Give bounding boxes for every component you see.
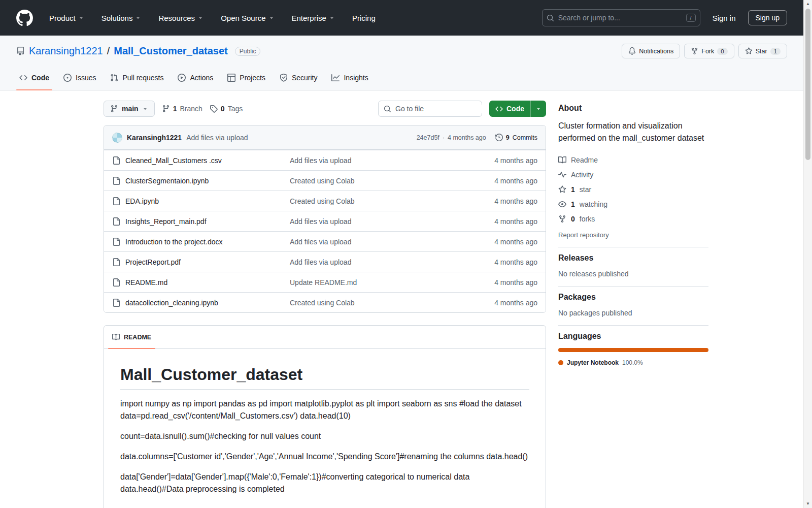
commit-dot-separator: · (443, 134, 445, 141)
nav-item-label: Solutions (101, 14, 133, 22)
nav-item-enterprise[interactable]: Enterprise (287, 10, 340, 26)
breadcrumb: Karansingh1221 / Mall_Customer_dataset P… (16, 45, 260, 57)
branch-selector[interactable]: main (104, 101, 155, 117)
sidebar-item-watching[interactable]: 1 watching (558, 197, 708, 211)
graph-icon (331, 74, 340, 82)
packages-section: Packages No packages published (558, 286, 708, 325)
repo-name-link[interactable]: Mall_Customer_dataset (114, 45, 228, 57)
breadcrumb-separator: / (107, 45, 110, 57)
github-logo-icon[interactable] (16, 10, 33, 26)
chevron-down-icon (142, 106, 148, 112)
repo-description: Cluster formation and visualization perf… (558, 120, 708, 144)
file-commit-time: 4 months ago (466, 197, 537, 205)
commit-history-link[interactable]: 9 Commits (495, 134, 537, 141)
sign-up-button[interactable]: Sign up (748, 10, 787, 25)
report-repository-link[interactable]: Report repository (558, 231, 609, 239)
readme-tab[interactable]: README (112, 326, 151, 348)
scrollbar-up-arrow[interactable]: ▲ (804, 1, 812, 8)
global-search-input[interactable] (558, 14, 682, 22)
file-name-link[interactable]: ClusterSegmentaion.ipynb (125, 177, 209, 185)
branch-count: 1 (173, 105, 177, 113)
file-commit-message-link[interactable]: Created using Colab (290, 177, 466, 185)
avatar[interactable] (112, 133, 122, 143)
readme-paragraph: data['Gender']=data['Gender'].map({'Male… (120, 471, 529, 495)
nav-item-product[interactable]: Product (44, 10, 89, 26)
nav-item-label: Resources (158, 14, 195, 22)
notifications-label: Notifications (639, 48, 673, 55)
file-commit-time: 4 months ago (466, 217, 537, 226)
file-name-link[interactable]: ProjectReport.pdf (125, 258, 181, 266)
tab-security[interactable]: Security (273, 66, 325, 90)
file-name-link[interactable]: Cleaned_Mall_Customers .csv (125, 156, 222, 165)
scrollbar-thumb[interactable] (805, 9, 810, 160)
tab-pull-requests[interactable]: Pull requests (103, 66, 171, 90)
code-download-button[interactable]: Code (489, 101, 546, 117)
fork-button[interactable]: Fork 0 (684, 44, 734, 58)
tag-count-label: Tags (228, 105, 243, 113)
tab-issues[interactable]: Issues (56, 66, 103, 90)
nav-item-open-source[interactable]: Open Source (216, 10, 279, 26)
global-search[interactable]: / (542, 9, 700, 26)
tag-icon (210, 105, 218, 113)
visibility-badge: Public (235, 47, 261, 56)
chevron-down-icon (535, 106, 542, 112)
repo-owner-link[interactable]: Karansingh1221 (29, 45, 103, 57)
tab-projects[interactable]: Projects (220, 66, 273, 90)
file-commit-message-link[interactable]: Add files via upload (290, 156, 466, 165)
go-to-file-input[interactable] (395, 105, 487, 113)
git-branch-icon (162, 105, 170, 113)
file-name-link[interactable]: datacollection_cleaning.ipynb (125, 299, 218, 307)
repo-actions: Notifications Fork 0 Star 1 (622, 44, 787, 58)
file-name-link[interactable]: EDA.ipynb (125, 197, 159, 205)
file-commit-message-link[interactable]: Add files via upload (290, 217, 466, 226)
sidebar-item-forks[interactable]: 0 forks (558, 211, 708, 226)
commit-sha-link[interactable]: 24e7d5f (417, 134, 439, 141)
code-button-dropdown[interactable] (530, 101, 546, 117)
book-icon (558, 156, 566, 164)
star-button[interactable]: Star 1 (738, 44, 787, 58)
language-legend-item[interactable]: Jupyter Notebook 100.0% (558, 359, 708, 366)
file-name-link[interactable]: Introduction to the project.docx (125, 238, 222, 246)
sidebar-item-label: Activity (571, 171, 593, 179)
tab-actions[interactable]: Actions (171, 66, 220, 90)
file-icon (112, 238, 120, 246)
go-to-file-search[interactable] (378, 101, 482, 117)
file-commit-message-link[interactable]: Created using Colab (290, 197, 466, 205)
file-commit-message-link[interactable]: Add files via upload (290, 238, 466, 246)
file-commit-message-link[interactable]: Created using Colab (290, 299, 466, 307)
notifications-button[interactable]: Notifications (622, 44, 680, 58)
chevron-down-icon (329, 15, 335, 21)
file-icon (112, 258, 120, 266)
table-row: ClusterSegmentaion.ipynb Created using C… (104, 170, 546, 190)
releases-empty-text: No releases published (558, 270, 708, 278)
readme-paragraph: data.columns=['Customer id','Gender','Ag… (120, 451, 529, 463)
repo-content: main 1 Branch 0 Tags (104, 101, 546, 508)
sidebar-item-readme[interactable]: Readme (558, 152, 708, 167)
sidebar-item-activity[interactable]: Activity (558, 167, 708, 182)
repo-icon (16, 47, 25, 55)
commit-time-link[interactable]: 4 months ago (448, 134, 486, 141)
sign-in-link[interactable]: Sign in (707, 11, 741, 25)
scrollbar-down-arrow[interactable]: ▼ (804, 500, 812, 507)
sidebar-item-stars[interactable]: 1 star (558, 182, 708, 197)
file-commit-time: 4 months ago (466, 258, 537, 266)
file-commit-message-link[interactable]: Add files via upload (290, 258, 466, 266)
commit-message-link[interactable]: Add files via upload (186, 134, 248, 142)
nav-item-resources[interactable]: Resources (153, 10, 209, 26)
tab-label: Security (292, 74, 318, 82)
file-name-link[interactable]: README.md (125, 278, 167, 287)
nav-item-pricing[interactable]: Pricing (347, 10, 381, 26)
commit-author-link[interactable]: Karansingh1221 (127, 134, 182, 142)
tab-code[interactable]: Code (12, 66, 56, 90)
branches-link[interactable]: 1 Branch (162, 105, 202, 113)
language-bar[interactable] (558, 348, 708, 352)
tab-insights[interactable]: Insights (324, 66, 375, 90)
file-name-link[interactable]: Insights_Report_main.pdf (125, 217, 207, 226)
file-commit-message-link[interactable]: Update README.md (290, 278, 466, 287)
tags-link[interactable]: 0 Tags (210, 105, 243, 113)
about-section: About Cluster formation and visualizatio… (558, 102, 708, 247)
vertical-scrollbar[interactable]: ▲ ▼ (803, 0, 812, 508)
nav-item-solutions[interactable]: Solutions (96, 10, 147, 26)
search-icon (384, 105, 391, 113)
branch-name: main (122, 105, 139, 113)
